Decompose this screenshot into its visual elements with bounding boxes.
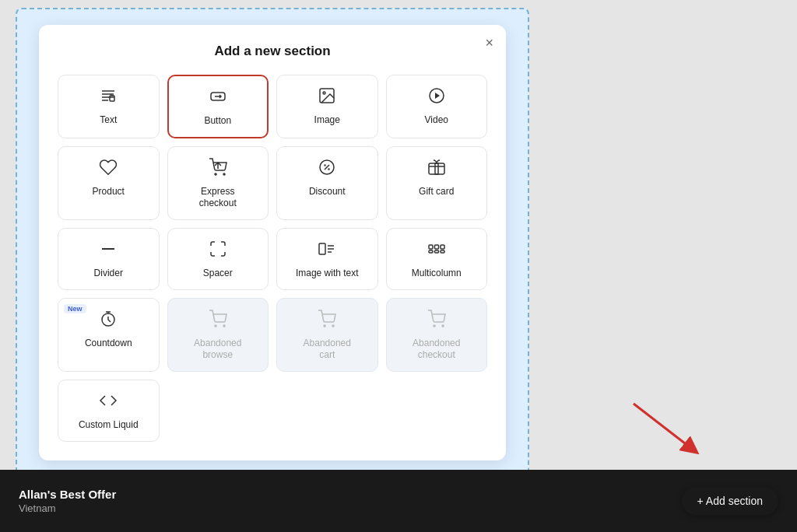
- section-item-gift-card[interactable]: Gift card: [386, 146, 488, 220]
- svg-rect-18: [441, 250, 444, 253]
- svg-point-3: [323, 92, 325, 94]
- abandoned-browse-icon: [209, 310, 227, 331]
- svg-rect-9: [429, 163, 444, 174]
- video-icon: [427, 86, 446, 108]
- image-with-text-icon: [318, 240, 336, 261]
- svg-rect-12: [319, 243, 325, 254]
- bottom-bar: Allan's Best Offer Vietnam: [0, 470, 797, 532]
- section-item-abandoned-browse: Abandonedbrowse: [167, 298, 269, 372]
- section-item-spacer[interactable]: Spacer: [167, 228, 269, 290]
- section-item-countdown[interactable]: New Countdown: [58, 298, 160, 372]
- text-icon: [99, 86, 118, 108]
- svg-rect-10: [435, 163, 438, 174]
- product-label: Product: [93, 186, 125, 198]
- svg-point-23: [332, 325, 334, 327]
- store-location: Vietnam: [19, 502, 778, 514]
- svg-point-21: [223, 325, 225, 327]
- image-icon: [318, 86, 336, 108]
- section-item-divider[interactable]: Divider: [58, 228, 160, 290]
- express-checkout-label: Expresscheckout: [199, 186, 237, 210]
- button-label: Button: [204, 115, 231, 128]
- section-item-abandoned-checkout: Abandonedcheckout: [386, 298, 488, 372]
- svg-point-25: [442, 325, 444, 327]
- svg-point-6: [215, 173, 216, 175]
- svg-rect-15: [441, 245, 444, 249]
- svg-rect-14: [434, 245, 438, 249]
- countdown-icon: [99, 310, 118, 331]
- section-item-image-with-text[interactable]: Image with text: [276, 228, 378, 290]
- svg-point-7: [223, 173, 225, 175]
- spacer-icon: [209, 240, 227, 261]
- abandoned-cart-icon: [318, 310, 336, 331]
- section-item-express-checkout[interactable]: Expresscheckout: [167, 146, 269, 220]
- divider-label: Divider: [94, 268, 123, 280]
- gift-card-label: Gift card: [419, 186, 454, 198]
- abandoned-browse-label: Abandonedbrowse: [194, 338, 241, 362]
- discount-label: Discount: [309, 186, 346, 198]
- section-item-multicolumn[interactable]: Multicolumn: [386, 228, 488, 290]
- spacer-label: Spacer: [203, 268, 233, 280]
- countdown-label: Countdown: [85, 338, 132, 350]
- video-label: Video: [425, 114, 448, 127]
- section-item-text[interactable]: Text: [58, 75, 160, 138]
- section-item-discount[interactable]: Discount: [276, 146, 378, 220]
- section-item-abandoned-cart: Abandonedcart: [276, 298, 378, 372]
- abandoned-checkout-label: Abandonedcheckout: [413, 338, 460, 362]
- add-section-button[interactable]: + Add section: [682, 487, 778, 515]
- section-item-product[interactable]: Product: [58, 146, 160, 220]
- close-button[interactable]: ×: [485, 36, 493, 50]
- svg-point-22: [324, 325, 325, 327]
- image-label: Image: [314, 114, 340, 127]
- svg-rect-13: [429, 245, 433, 249]
- multicolumn-label: Multicolumn: [412, 268, 462, 280]
- section-item-image[interactable]: Image: [276, 75, 378, 138]
- abandoned-cart-label: Abandonedcart: [304, 338, 351, 362]
- section-item-custom-liquid[interactable]: Custom Liquid: [58, 380, 160, 442]
- button-icon: [209, 87, 227, 109]
- section-item-video[interactable]: Video: [386, 75, 488, 138]
- svg-point-24: [434, 325, 435, 327]
- gift-card-icon: [427, 158, 446, 180]
- section-item-button[interactable]: Button: [167, 75, 269, 138]
- abandoned-checkout-icon: [427, 310, 446, 331]
- modal-card: Add a new section × Text: [39, 25, 506, 460]
- custom-liquid-label: Custom Liquid: [79, 419, 139, 432]
- modal-title: Add a new section: [58, 44, 487, 59]
- text-label: Text: [100, 114, 117, 127]
- svg-point-20: [215, 325, 216, 327]
- svg-rect-17: [434, 250, 438, 253]
- multicolumn-icon: [427, 240, 446, 261]
- store-name: Allan's Best Offer: [19, 488, 778, 501]
- product-icon: [99, 158, 118, 180]
- divider-icon: [99, 240, 118, 261]
- discount-icon: [318, 158, 336, 180]
- new-badge: New: [64, 304, 86, 313]
- custom-liquid-icon: [99, 391, 118, 413]
- modal-container: Add a new section × Text: [16, 8, 529, 524]
- svg-rect-0: [110, 96, 114, 101]
- svg-rect-16: [429, 250, 433, 253]
- svg-marker-5: [435, 93, 440, 99]
- section-grid: Text Button: [58, 75, 487, 442]
- express-checkout-icon: [209, 158, 227, 180]
- image-with-text-label: Image with text: [296, 268, 359, 280]
